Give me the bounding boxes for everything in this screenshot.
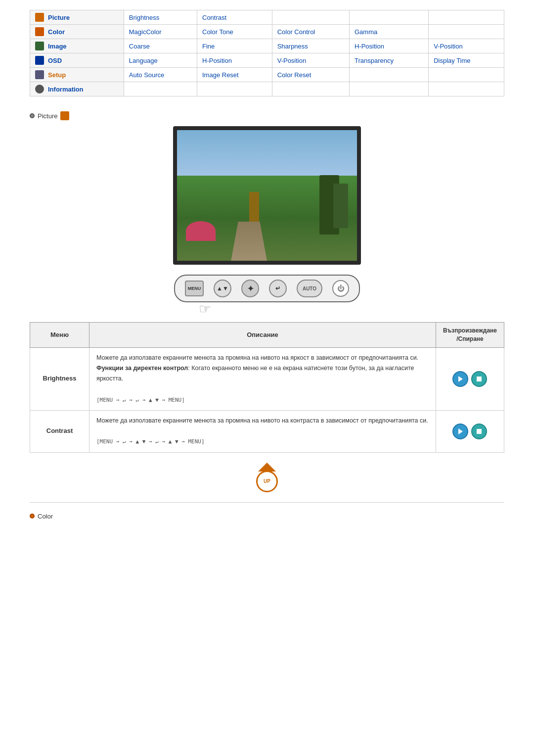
nav-sub-imagereset[interactable]: Image Reset	[197, 68, 272, 82]
nav-sub-vposition[interactable]: V-Position	[429, 39, 504, 53]
stop-button-brightness[interactable]	[471, 371, 487, 387]
nav-cell-color[interactable]: Color	[30, 25, 124, 39]
section-divider	[30, 502, 504, 503]
sky-area	[177, 130, 357, 183]
enter-button[interactable]: ↵	[269, 280, 287, 297]
arrows-button[interactable]: ▲▼	[214, 280, 231, 297]
table-row-brightness: Brightness Можете да използвате екраннит…	[30, 347, 504, 410]
nav-row-picture: Picture Brightness Contrast	[30, 10, 504, 25]
nav-row-color: Color MagicColor Color Tone Color Contro…	[30, 25, 504, 39]
nav-sub-contrast[interactable]: Contrast	[197, 10, 272, 25]
color-section-header: Color	[30, 513, 504, 520]
nav-label-color: Color	[48, 28, 65, 36]
pagoda	[249, 192, 259, 222]
controls-bar: MENU ▲▼ ✦ ↵ AUTO ⏻	[174, 275, 360, 302]
nav-sub-displaytime[interactable]: Display Time	[429, 53, 504, 68]
nav-sub-empty5	[349, 68, 428, 82]
nav-sub-info5	[429, 82, 504, 96]
code-brightness: [MENU → ↵ → ↵ → ▲ ▼ → MENU]	[96, 397, 185, 403]
nav-cell-image[interactable]: Image	[30, 39, 124, 53]
hand-cursor: ☞	[199, 301, 211, 317]
action-btns-brightness	[443, 371, 497, 387]
nav-sub-vpos[interactable]: V-Position	[272, 53, 349, 68]
picture-dot	[30, 113, 35, 118]
nav-label-image: Image	[48, 43, 67, 50]
nav-cell-picture[interactable]: Picture	[30, 10, 124, 25]
nav-sub-autosource[interactable]: Auto Source	[124, 68, 197, 82]
brightness-button[interactable]: ✦	[241, 280, 259, 297]
play-button-contrast[interactable]	[452, 424, 468, 439]
nav-sub-colorreset[interactable]: Color Reset	[272, 68, 349, 82]
code-contrast: [MENU → ↵ → ▲ ▼ → ↵ → ▲ ▼ → MENU]	[96, 438, 205, 445]
nav-sub-colortone[interactable]: Color Tone	[197, 25, 272, 39]
picture-section-header: Picture	[30, 111, 504, 120]
svg-rect-1	[477, 377, 482, 381]
nav-row-information: Information	[30, 82, 504, 96]
color-dot	[30, 514, 35, 519]
action-btns-contrast	[443, 424, 497, 439]
monitor-wrapper	[30, 126, 504, 265]
nav-row-setup: Setup Auto Source Image Reset Color Rese…	[30, 68, 504, 82]
nav-sub-info2	[197, 82, 272, 96]
nav-sub-info1	[124, 82, 197, 96]
color-icon	[35, 27, 44, 36]
nav-sub-language[interactable]: Language	[124, 53, 197, 68]
nav-sub-info3	[272, 82, 349, 96]
nav-cell-setup[interactable]: Setup	[30, 68, 124, 82]
col-header-menu: Меню	[30, 323, 89, 348]
nav-cell-information[interactable]: Information	[30, 82, 124, 96]
nav-sub-fine[interactable]: Fine	[197, 39, 272, 53]
table-row-contrast: Contrast Можете да използвате екранните …	[30, 410, 504, 452]
picture-section-label: Picture	[38, 112, 57, 120]
menu-cell-contrast: Contrast	[30, 410, 89, 452]
nav-label-information: Information	[48, 86, 84, 93]
nav-sub-empty3	[429, 10, 504, 25]
stop-button-contrast[interactable]	[471, 424, 487, 439]
nav-sub-hposition[interactable]: H-Position	[349, 39, 428, 53]
controls-wrapper: MENU ▲▼ ✦ ↵ AUTO ⏻ ☞	[30, 275, 504, 302]
nav-sub-brightness[interactable]: Brightness	[124, 10, 197, 25]
setup-icon	[35, 70, 44, 79]
nav-sub-empty6	[429, 68, 504, 82]
play-button-brightness[interactable]	[452, 371, 468, 387]
nav-label-setup: Setup	[48, 71, 66, 79]
nav-sub-empty2	[349, 10, 428, 25]
nav-label-picture: Picture	[48, 14, 70, 21]
auto-button[interactable]: AUTO	[297, 280, 322, 297]
nav-row-image: Image Coarse Fine Sharpness H-Position V…	[30, 39, 504, 53]
col-header-replay: Възпроизвеждане/Спиране	[436, 323, 504, 348]
col-header-desc: Описание	[89, 323, 436, 348]
up-button[interactable]: UP	[256, 463, 278, 492]
nav-sub-transparency[interactable]: Transparency	[349, 53, 428, 68]
menu-cell-brightness: Brightness	[30, 347, 89, 410]
menu-button[interactable]: MENU	[185, 281, 204, 296]
bold-label-brightness: Функции за директен контрол	[96, 365, 188, 372]
bush-left	[186, 221, 216, 241]
svg-marker-0	[458, 376, 463, 382]
nav-sub-sharpness[interactable]: Sharpness	[272, 39, 349, 53]
power-button[interactable]: ⏻	[332, 280, 349, 297]
nav-sub-colorcontrol[interactable]: Color Control	[272, 25, 349, 39]
picture-section-icon	[60, 111, 69, 120]
nav-row-osd: OSD Language H-Position V-Position Trans…	[30, 53, 504, 68]
picture-icon	[35, 13, 44, 22]
nav-sub-coarse[interactable]: Coarse	[124, 39, 197, 53]
nav-label-osd: OSD	[48, 57, 62, 64]
nav-cell-osd[interactable]: OSD	[30, 53, 124, 68]
osd-icon	[35, 56, 44, 65]
nav-sub-hpos[interactable]: H-Position	[197, 53, 272, 68]
tree-right	[333, 184, 348, 228]
nav-sub-magiccolor[interactable]: MagicColor	[124, 25, 197, 39]
nav-sub-empty1	[272, 10, 349, 25]
svg-marker-2	[458, 428, 463, 434]
svg-rect-3	[477, 429, 482, 434]
nav-sub-gamma[interactable]: Gamma	[349, 25, 428, 39]
desc-cell-contrast: Можете да използвате екранните менюта за…	[89, 410, 436, 452]
content-table: Меню Описание Възпроизвеждане/Спиране Br…	[30, 322, 504, 453]
information-icon	[35, 85, 44, 94]
monitor-screen	[177, 130, 357, 261]
nav-sub-empty4	[429, 25, 504, 39]
action-cell-brightness	[436, 347, 504, 410]
nav-table: Picture Brightness Contrast Color MagicC…	[30, 10, 504, 96]
color-section-label: Color	[38, 513, 53, 520]
